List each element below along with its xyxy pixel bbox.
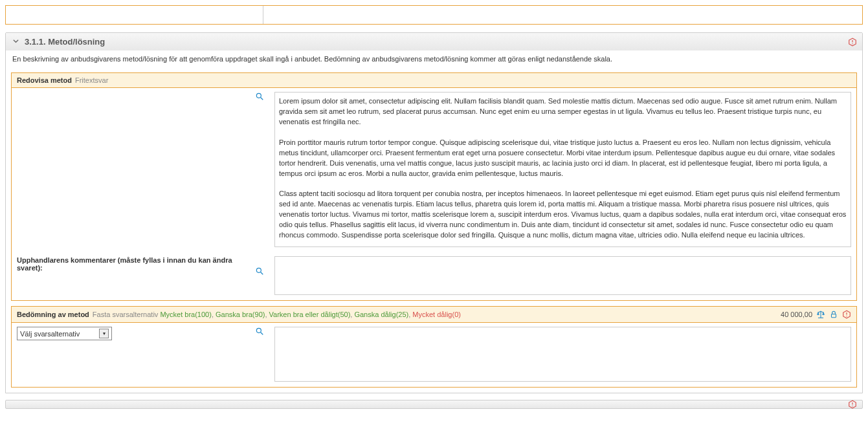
response-textarea[interactable] [274, 92, 851, 247]
svg-line-5 [261, 272, 263, 275]
rating-textarea[interactable] [274, 327, 851, 382]
option-varken: Varken bra eller dåligt(50) [269, 311, 351, 318]
panel1-left [12, 88, 269, 252]
warning-icon[interactable] [842, 310, 851, 319]
panel2-right [269, 323, 856, 387]
value-number: 40 000,00 [781, 311, 812, 318]
rating-select[interactable]: Välj svarsalternativ ▾ [17, 327, 112, 340]
panel1-comment-right [269, 252, 856, 300]
svg-point-2 [256, 93, 261, 98]
warning-icon[interactable] [848, 38, 857, 47]
section-description: En beskrivning av anbudsgivarens metod/l… [6, 50, 862, 67]
comment-label: Upphandlarens kommentarer (måste fyllas … [17, 256, 264, 272]
magnifier-icon[interactable] [255, 267, 264, 276]
panel1-comment-left: Upphandlarens kommentarer (måste fyllas … [12, 252, 269, 300]
section-title: 3.1.1. Metod/lösning [25, 37, 105, 47]
next-section-fragment [5, 400, 863, 409]
panel1-header: Redovisa metod Fritextsvar [12, 73, 856, 88]
panel1-title: Redovisa metod [17, 76, 72, 84]
svg-rect-8 [832, 314, 836, 317]
section-header[interactable]: 3.1.1. Metod/lösning [6, 33, 862, 50]
comment-textarea[interactable] [274, 256, 851, 295]
svg-point-1 [852, 43, 852, 43]
panel2-body: Välj svarsalternativ ▾ [12, 323, 856, 387]
chevron-down-icon[interactable] [12, 38, 19, 46]
scale-icon[interactable] [816, 310, 825, 319]
panel2-title: Bedömning av metod [17, 311, 89, 318]
panel1-subtitle: Fritextsvar [75, 76, 108, 84]
lock-icon[interactable] [829, 310, 838, 319]
svg-point-11 [256, 328, 261, 333]
panel1-right [269, 88, 856, 252]
svg-line-12 [261, 333, 263, 335]
prev-left-cell [6, 6, 263, 24]
svg-point-14 [852, 406, 852, 406]
magnifier-icon[interactable] [255, 327, 264, 336]
prev-right-cell [263, 6, 862, 24]
svg-point-4 [256, 268, 261, 272]
panel2-left: Välj svarsalternativ ▾ [12, 323, 269, 387]
svg-line-3 [261, 98, 263, 100]
panel1-body-row2: Upphandlarens kommentarer (måste fyllas … [12, 252, 856, 300]
panel2-header: Bedömning av metod Fasta svarsalternativ… [12, 307, 856, 323]
chevron-down-icon: ▾ [99, 329, 109, 338]
option-mycket-bra: Mycket bra(100) [160, 311, 211, 318]
panel-bedomning-metod: Bedömning av metod Fasta svarsalternativ… [11, 306, 857, 388]
panel2-options: Mycket bra(100), Ganska bra(90), Varken … [158, 311, 461, 318]
previous-section-fragment [5, 5, 863, 25]
panel2-subtitle: Fasta svarsalternativ [93, 311, 158, 318]
option-mycket-dalig: Mycket dålig(0) [412, 311, 461, 318]
panel2-header-right: 40 000,00 [781, 310, 851, 319]
magnifier-icon[interactable] [255, 92, 264, 101]
option-ganska-bra: Ganska bra(90) [216, 311, 265, 318]
rating-select-label: Välj svarsalternativ [20, 330, 80, 338]
svg-point-10 [846, 316, 847, 316]
warning-icon[interactable] [848, 400, 857, 409]
section-metod-losning: 3.1.1. Metod/lösning En beskrivning av a… [5, 32, 863, 393]
panel1-body-row1 [12, 88, 856, 252]
option-ganska-dalig: Ganska dålig(25) [354, 311, 408, 318]
panel-redovisa-metod: Redovisa metod Fritextsvar Upphandlarens… [11, 72, 857, 301]
